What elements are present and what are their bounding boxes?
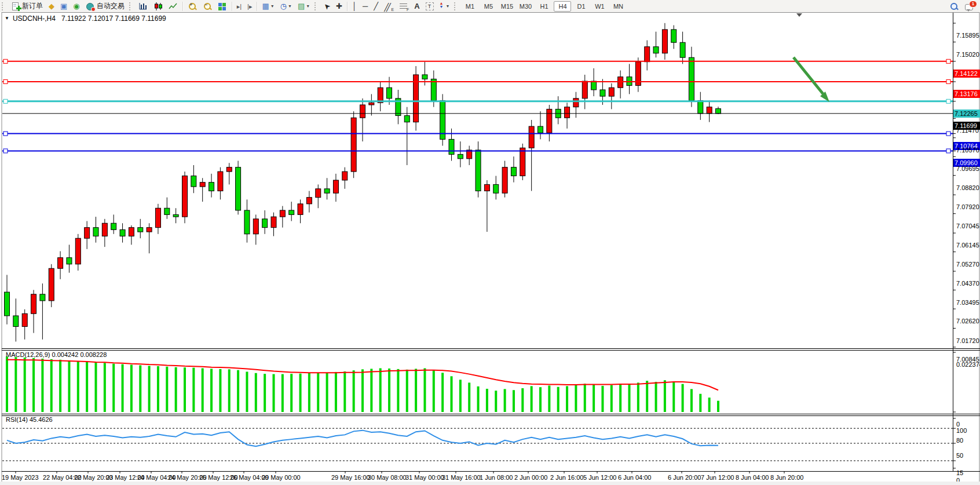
- text-label-icon: T: [426, 2, 434, 10]
- macd-histogram-bar: [192, 368, 195, 412]
- candle: [209, 183, 214, 191]
- arrows-button[interactable]: ▲▼ ▼: [437, 1, 452, 12]
- auto-trading-button[interactable]: 自动交易: [83, 1, 127, 12]
- chart-shift-marker[interactable]: [796, 13, 802, 17]
- candle: [360, 105, 365, 118]
- line-handle[interactable]: [3, 79, 8, 83]
- line-handle[interactable]: [3, 99, 8, 103]
- auto-scroll-icon: ▸|: [237, 2, 242, 11]
- new-order-button[interactable]: 新订单: [9, 1, 45, 12]
- channel-button[interactable]: ╱╱E: [382, 1, 396, 12]
- price-axis-tick: 7.11470: [956, 127, 979, 134]
- bar-chart-button[interactable]: [136, 1, 150, 12]
- templates-button[interactable]: ▤ ▼: [295, 1, 312, 12]
- macd-histogram-bar: [593, 385, 595, 412]
- line-chart-button[interactable]: [166, 1, 180, 12]
- line-handle[interactable]: [3, 149, 8, 153]
- signals-button[interactable]: ◉: [71, 1, 82, 12]
- timeframe-m5[interactable]: M5: [480, 1, 497, 12]
- candle: [244, 210, 250, 234]
- macd-histogram-bar: [531, 386, 533, 412]
- macd-histogram-bar: [557, 387, 560, 412]
- trend-arrow[interactable]: [793, 57, 823, 94]
- macd-histogram-bar: [255, 373, 257, 412]
- timeframe-m1[interactable]: M1: [461, 1, 478, 12]
- macd-label: MACD(12,26,9) 0.004242 0.008228: [6, 351, 107, 358]
- vertical-line-icon: │: [352, 2, 357, 11]
- macd-histogram-bar: [477, 386, 480, 412]
- price-axis-tick: 7.04370: [956, 280, 979, 287]
- rsi-axis-tick: 15: [956, 470, 963, 476]
- timeframe-h4[interactable]: H4: [554, 1, 571, 12]
- time-axis-label: 2 Jun 16:00: [550, 474, 584, 481]
- market-watch-button[interactable]: ◆: [46, 1, 57, 12]
- chart-canvas: [0, 12, 980, 482]
- macd-signal-line: [7, 360, 718, 390]
- timeframe-m30[interactable]: M30: [517, 1, 534, 12]
- zoom-out-button[interactable]: −: [200, 1, 214, 12]
- zoom-in-button[interactable]: +: [185, 1, 199, 12]
- macd-histogram-bar: [441, 373, 444, 412]
- macd-histogram-bar: [423, 369, 426, 412]
- candle: [22, 313, 27, 326]
- toolbar-grip[interactable]: [2, 2, 5, 10]
- terminal-button[interactable]: ▣: [58, 1, 70, 12]
- search-button[interactable]: [947, 1, 961, 12]
- crosshair-icon: ✚: [336, 2, 342, 11]
- timeframe-toolbar: M1M5M15M30H1H4D1W1MN: [460, 1, 627, 12]
- time-axis-label: 1 Jun 08:00: [480, 474, 513, 481]
- collapse-ohlc-icon[interactable]: ▼: [5, 16, 9, 21]
- line-handle[interactable]: [946, 149, 950, 153]
- time-axis-label: 8 Jun 20:00: [770, 474, 804, 481]
- candle: [653, 47, 659, 53]
- toolbar-grip[interactable]: [454, 2, 458, 10]
- line-handle[interactable]: [946, 99, 950, 103]
- fibonacci-button[interactable]: F: [397, 1, 411, 12]
- macd-histogram-bar: [202, 369, 204, 412]
- trendline-icon: ╱: [374, 2, 378, 11]
- price-line-badge: 7.14122: [953, 70, 980, 78]
- new-order-icon: [11, 2, 20, 11]
- horizontal-line-button[interactable]: ─: [360, 1, 370, 12]
- timeframe-m15[interactable]: M15: [498, 1, 515, 12]
- crosshair-button[interactable]: ✚: [334, 1, 345, 12]
- text-button[interactable]: A: [412, 1, 422, 12]
- macd-histogram-bar: [326, 373, 328, 412]
- candle: [298, 204, 303, 215]
- toolbar-grip[interactable]: [315, 2, 318, 10]
- line-handle[interactable]: [3, 59, 8, 63]
- timeframe-mn[interactable]: MN: [609, 1, 627, 12]
- line-handle[interactable]: [946, 79, 950, 83]
- macd-histogram-bar: [130, 365, 133, 412]
- periods-button[interactable]: ◷ ▼: [278, 1, 294, 12]
- candle: [67, 258, 72, 264]
- candle: [85, 228, 90, 239]
- line-handle[interactable]: [946, 59, 950, 63]
- notifications-button[interactable]: 1: [962, 1, 976, 12]
- mt4-window: 新订单 ◆ ▣ ◉ 自动交易 + −: [0, 0, 980, 485]
- price-axis-tick: 7.01720: [956, 338, 979, 344]
- chart-shift-button[interactable]: |▸: [245, 1, 254, 12]
- candle: [200, 183, 205, 187]
- trendline-button[interactable]: ╱: [371, 1, 381, 12]
- timeframe-d1[interactable]: D1: [572, 1, 590, 12]
- cursor-button[interactable]: ➤: [321, 1, 332, 12]
- macd-histogram-bar: [184, 367, 186, 412]
- line-handle[interactable]: [946, 132, 950, 136]
- macd-histogram-bar: [468, 382, 470, 412]
- timeframe-h1[interactable]: H1: [535, 1, 553, 12]
- tile-windows-button[interactable]: [215, 1, 229, 12]
- macd-histogram-bar: [672, 382, 675, 412]
- macd-histogram-bar: [584, 384, 586, 412]
- text-label-button[interactable]: T: [423, 1, 436, 12]
- toolbar-grip[interactable]: [129, 2, 133, 10]
- candle-chart-button[interactable]: [151, 1, 165, 12]
- vertical-line-button[interactable]: │: [350, 1, 359, 12]
- trend-arrow-head[interactable]: [820, 92, 829, 102]
- macd-histogram-bar: [451, 376, 453, 412]
- line-handle[interactable]: [3, 132, 8, 136]
- new-chart-button[interactable]: ▦ ▼: [259, 1, 276, 12]
- auto-scroll-button[interactable]: ▸|: [235, 1, 244, 12]
- candle: [333, 180, 338, 193]
- timeframe-w1[interactable]: W1: [591, 1, 608, 12]
